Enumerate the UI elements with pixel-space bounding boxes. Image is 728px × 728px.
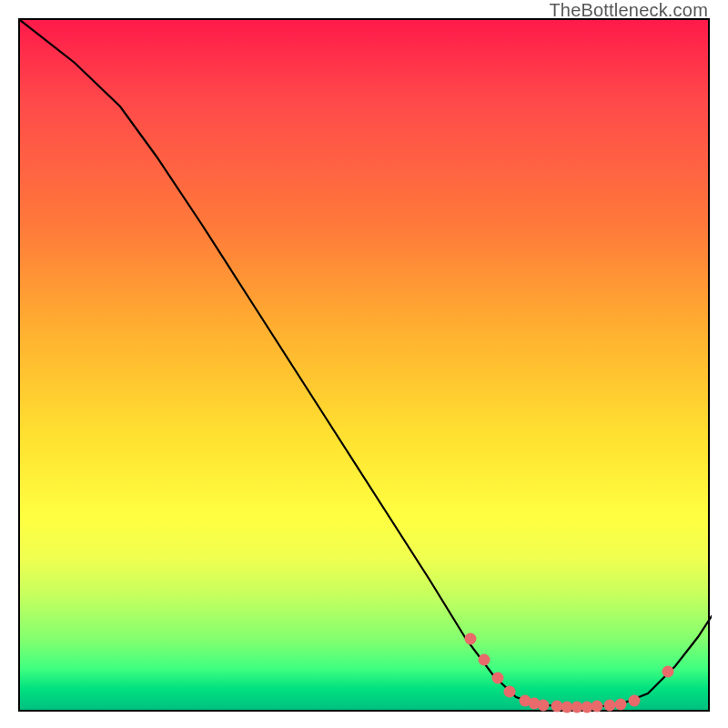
data-marker [479, 654, 490, 666]
data-marker [581, 702, 593, 713]
curve-line [20, 20, 712, 707]
chart-svg [20, 20, 712, 713]
data-marker [615, 699, 627, 711]
data-marker [504, 686, 516, 698]
curve-markers [465, 633, 674, 713]
data-marker [592, 701, 603, 713]
data-marker [604, 700, 616, 712]
chart-container: TheBottleneck.com [0, 0, 728, 728]
data-marker [629, 695, 641, 707]
data-marker [538, 700, 550, 712]
data-marker [465, 633, 477, 645]
plot-area [18, 18, 710, 712]
data-marker [662, 666, 674, 678]
data-marker [492, 672, 504, 684]
data-marker [551, 701, 563, 713]
